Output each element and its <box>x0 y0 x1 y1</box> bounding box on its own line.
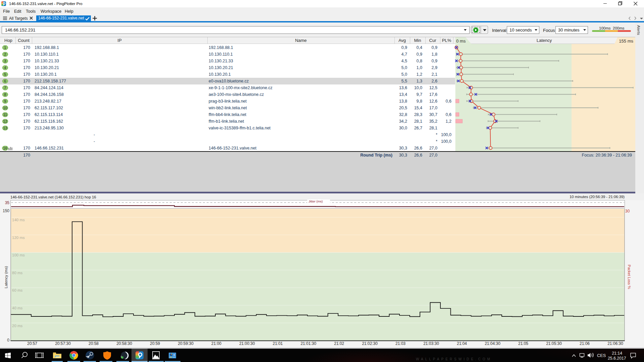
svg-text:16: 16 <box>3 146 7 150</box>
svg-text:21:14: 21:14 <box>612 351 622 356</box>
svg-text:21:01: 21:01 <box>273 341 283 346</box>
svg-text:12: 12 <box>3 119 7 123</box>
svg-text:11: 11 <box>3 113 7 117</box>
svg-text:21:06:30: 21:06:30 <box>607 341 623 346</box>
svg-text:21:04: 21:04 <box>457 341 467 346</box>
svg-text:4: 4 <box>4 66 6 70</box>
svg-text:140 ms: 140 ms <box>12 218 25 222</box>
svg-text:25.6.2017: 25.6.2017 <box>608 356 626 361</box>
svg-text:20:57:30: 20:57:30 <box>55 341 71 346</box>
svg-text:21:05: 21:05 <box>518 341 528 346</box>
svg-text:9: 9 <box>4 99 6 103</box>
svg-text:13: 13 <box>3 126 7 130</box>
svg-text:6: 6 <box>4 79 6 83</box>
svg-text:8: 8 <box>4 93 6 97</box>
svg-text:146-66-152-231.valve.net (146.: 146-66-152-231.valve.net (146.66.152.231… <box>10 195 96 199</box>
svg-text:20 ms: 20 ms <box>12 324 23 328</box>
svg-text:21:00: 21:00 <box>211 341 221 346</box>
svg-text:Latency (ms): Latency (ms) <box>4 266 8 289</box>
svg-text:20:57: 20:57 <box>27 341 37 346</box>
svg-text:3: 3 <box>4 59 6 63</box>
svg-text:10 minutes (20:56:39 - 21:06:3: 10 minutes (20:56:39 - 21:06:39) <box>570 195 625 199</box>
svg-text:35: 35 <box>5 200 10 205</box>
svg-text:10: 10 <box>3 106 7 110</box>
svg-text:21:06: 21:06 <box>580 341 590 346</box>
svg-text:30: 30 <box>625 209 630 214</box>
svg-text:5: 5 <box>4 72 6 76</box>
svg-text:20:58: 20:58 <box>89 341 99 346</box>
svg-text:21:05:30: 21:05:30 <box>546 341 562 346</box>
svg-text:21:03:30: 21:03:30 <box>423 341 439 346</box>
svg-text:155 ms: 155 ms <box>619 39 633 44</box>
svg-text:CES: CES <box>597 353 606 358</box>
svg-text:1: 1 <box>4 46 6 50</box>
svg-text:60 ms: 60 ms <box>12 288 23 292</box>
svg-text:0 ms: 0 ms <box>456 39 466 44</box>
svg-text:40 ms: 40 ms <box>12 306 23 310</box>
svg-text:20:59: 20:59 <box>150 341 160 346</box>
svg-text:21:04:30: 21:04:30 <box>485 341 500 346</box>
svg-text:80 ms: 80 ms <box>12 271 23 275</box>
svg-text:21:03: 21:03 <box>395 341 406 346</box>
svg-text:21:02:30: 21:02:30 <box>362 341 378 346</box>
svg-text:150: 150 <box>3 208 9 213</box>
svg-text:0: 0 <box>7 338 9 343</box>
svg-text:7: 7 <box>4 86 6 90</box>
svg-text:100 ms: 100 ms <box>12 253 25 257</box>
svg-text:2: 2 <box>4 52 6 56</box>
svg-text:Packet Loss %: Packet Loss % <box>627 265 631 289</box>
svg-text:20:58:30: 20:58:30 <box>116 341 132 346</box>
svg-text:21:01:30: 21:01:30 <box>301 341 316 346</box>
svg-text:21:00:30: 21:00:30 <box>239 341 255 346</box>
svg-text:120 ms: 120 ms <box>12 236 25 240</box>
svg-text:21:02: 21:02 <box>334 341 344 346</box>
svg-text:Jitter (ms): Jitter (ms) <box>309 199 323 203</box>
svg-text:20:59:30: 20:59:30 <box>178 341 194 346</box>
